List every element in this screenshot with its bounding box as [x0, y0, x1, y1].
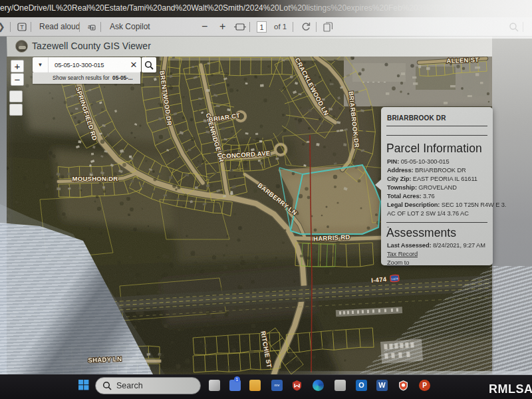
- svg-text:SHADY LN: SHADY LN: [88, 355, 122, 364]
